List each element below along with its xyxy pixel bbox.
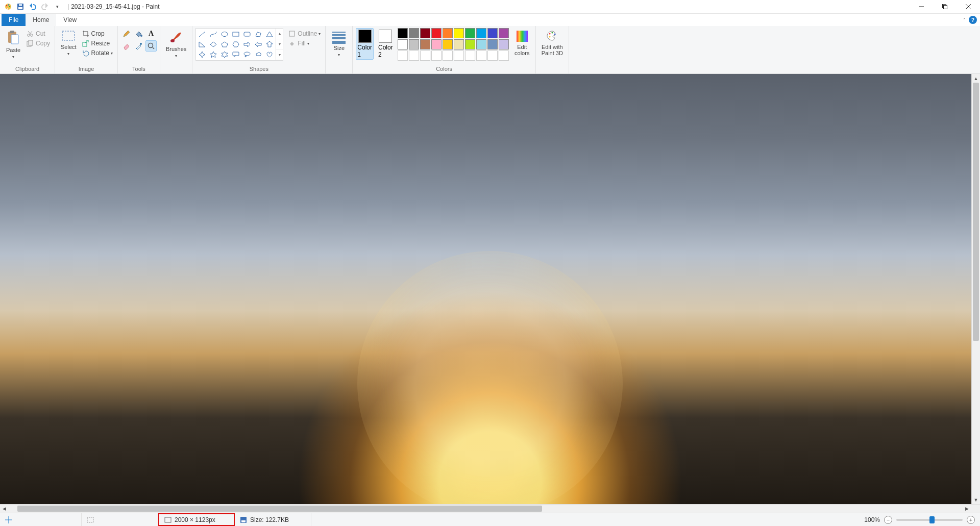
shape-oval[interactable] <box>219 30 230 39</box>
palette-color[interactable] <box>443 39 453 49</box>
palette-empty[interactable] <box>409 51 419 61</box>
color2-button[interactable]: Color 2 <box>377 28 395 60</box>
palette-color[interactable] <box>476 39 486 49</box>
palette-empty[interactable] <box>420 51 430 61</box>
minimize-button[interactable] <box>910 0 933 14</box>
palette-empty[interactable] <box>443 51 453 61</box>
zoom-slider[interactable] <box>896 519 963 521</box>
palette-color[interactable] <box>499 39 509 49</box>
undo-icon[interactable] <box>28 2 38 12</box>
shape-right-triangle[interactable] <box>197 40 207 49</box>
help-icon[interactable]: ? <box>969 16 977 24</box>
shape-diamond[interactable] <box>208 40 218 49</box>
palette-color[interactable] <box>420 39 430 49</box>
rotate-button[interactable]: Rotate ▾ <box>80 48 114 58</box>
vertical-scrollbar[interactable]: ▲ ▼ <box>971 74 980 504</box>
shapes-gallery[interactable] <box>195 28 276 61</box>
palette-color[interactable] <box>420 28 430 38</box>
tab-view[interactable]: View <box>56 14 84 26</box>
shape-roundrect[interactable] <box>242 30 252 39</box>
scroll-down-icon[interactable]: ▼ <box>972 495 980 504</box>
qat-customize-icon[interactable]: ▾ <box>52 2 62 12</box>
cut-button[interactable]: Cut <box>24 29 52 38</box>
shape-heart[interactable] <box>264 50 275 59</box>
crop-button[interactable]: Crop <box>80 29 114 38</box>
select-button[interactable]: Select ▾ <box>58 28 79 58</box>
shape-star5[interactable] <box>208 50 218 59</box>
tab-file[interactable]: File <box>2 14 26 26</box>
shape-fill-button[interactable]: Fill ▾ <box>286 39 322 48</box>
redo-icon[interactable] <box>40 2 50 12</box>
palette-color[interactable] <box>431 28 442 38</box>
palette-color[interactable] <box>431 39 442 49</box>
collapse-ribbon-icon[interactable]: ˄ <box>963 17 966 23</box>
edit-colors-button[interactable]: Edit colors <box>512 28 532 58</box>
scroll-right-icon[interactable]: ▶ <box>963 506 971 511</box>
palette-color[interactable] <box>443 28 453 38</box>
palette-color[interactable] <box>499 28 509 38</box>
paint-app-icon[interactable] <box>3 2 13 12</box>
vscroll-thumb[interactable] <box>973 83 979 341</box>
palette-color[interactable] <box>465 28 475 38</box>
palette-empty[interactable] <box>476 51 486 61</box>
shape-outline-button[interactable]: Outline ▾ <box>286 29 322 38</box>
maximize-button[interactable] <box>933 0 957 14</box>
color-picker-tool[interactable] <box>133 40 144 52</box>
shape-arrow-right[interactable] <box>242 40 252 49</box>
palette-color[interactable] <box>476 28 486 38</box>
zoom-in-button[interactable]: + <box>967 516 975 524</box>
palette-empty[interactable] <box>465 51 475 61</box>
magnifier-tool[interactable] <box>145 40 157 52</box>
palette-color[interactable] <box>465 39 475 49</box>
shape-pentagon[interactable] <box>219 40 230 49</box>
palette-empty[interactable] <box>487 51 498 61</box>
shape-callout-round[interactable] <box>242 50 252 59</box>
palette-color[interactable] <box>487 39 498 49</box>
shape-line[interactable] <box>197 30 207 39</box>
shape-arrow-left[interactable] <box>253 40 263 49</box>
brushes-button[interactable]: Brushes ▾ <box>163 28 189 60</box>
palette-empty[interactable] <box>454 51 464 61</box>
paint3d-button[interactable]: Edit with Paint 3D <box>539 28 566 58</box>
save-icon[interactable] <box>15 2 26 12</box>
text-tool[interactable]: A <box>145 28 157 39</box>
shape-hexagon[interactable] <box>231 40 241 49</box>
zoom-thumb[interactable] <box>929 516 935 523</box>
palette-color[interactable] <box>487 28 498 38</box>
shape-arrow-up[interactable] <box>264 40 275 49</box>
palette-color[interactable] <box>409 28 419 38</box>
palette-color[interactable] <box>409 39 419 49</box>
copy-button[interactable]: Copy <box>24 39 52 48</box>
tab-home[interactable]: Home <box>26 14 56 26</box>
color1-button[interactable]: Color 1 <box>356 28 374 60</box>
palette-color[interactable] <box>398 39 408 49</box>
size-button[interactable]: Size ▾ <box>329 28 349 59</box>
shape-curve[interactable] <box>208 30 218 39</box>
pencil-tool[interactable] <box>121 28 132 39</box>
shape-triangle[interactable] <box>264 30 275 39</box>
palette-color[interactable] <box>454 28 464 38</box>
palette-color[interactable] <box>454 39 464 49</box>
canvas-image[interactable] <box>0 74 980 504</box>
fill-tool[interactable] <box>133 28 144 39</box>
close-button[interactable] <box>957 0 980 14</box>
eraser-tool[interactable] <box>121 40 132 52</box>
scroll-left-icon[interactable]: ◀ <box>0 506 9 511</box>
shape-rect[interactable] <box>231 30 241 39</box>
horizontal-scrollbar[interactable]: ◀ ▶ <box>0 504 980 513</box>
resize-button[interactable]: Resize <box>80 39 114 48</box>
hscroll-track[interactable] <box>9 505 963 513</box>
scroll-up-icon[interactable]: ▲ <box>972 74 980 83</box>
palette-empty[interactable] <box>398 51 408 61</box>
shape-polygon[interactable] <box>253 30 263 39</box>
palette-color[interactable] <box>398 28 408 38</box>
shape-star6[interactable] <box>219 50 230 59</box>
shape-callout-cloud[interactable] <box>253 50 263 59</box>
palette-empty[interactable] <box>431 51 442 61</box>
shape-star4[interactable] <box>197 50 207 59</box>
palette-empty[interactable] <box>499 51 509 61</box>
zoom-out-button[interactable]: − <box>884 516 892 524</box>
shape-callout-rect[interactable] <box>231 50 241 59</box>
paste-button[interactable]: Paste ▾ <box>3 28 23 61</box>
shapes-scroll[interactable]: ▴▾▾ <box>276 28 283 61</box>
